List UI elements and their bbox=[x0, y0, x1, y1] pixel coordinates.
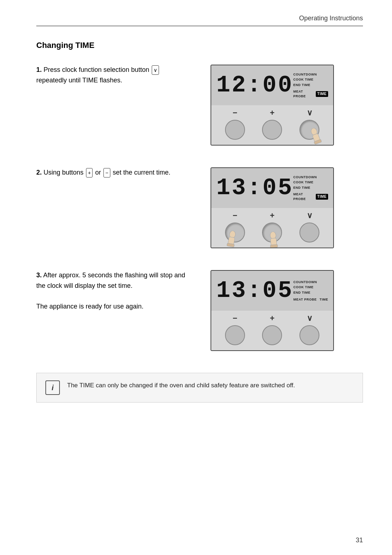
minus-label-3: − bbox=[224, 314, 246, 323]
minus-button-1[interactable] bbox=[225, 120, 245, 140]
buttons-row-1: − + ∨ bbox=[216, 108, 328, 118]
step-2-row: 2. Using buttons + or − set the current … bbox=[36, 167, 363, 248]
display-bottom-3: − + ∨ bbox=[211, 311, 333, 350]
label-countdown-2: COUNTDOWN bbox=[293, 175, 317, 180]
minus-button-3[interactable] bbox=[225, 325, 245, 345]
label-cook-time-2: COOK TIME bbox=[293, 180, 314, 185]
finger-plus-icon-2 bbox=[265, 231, 285, 248]
page-title: Changing TIME bbox=[36, 41, 363, 50]
check-button-3[interactable] bbox=[299, 325, 319, 345]
label-time-1: TIME bbox=[316, 91, 328, 97]
circles-row-1 bbox=[216, 120, 328, 140]
label-countdown-1: COUNTDOWN bbox=[293, 72, 317, 77]
step-1-text: 1. Press clock function selection button… bbox=[36, 65, 189, 86]
display-digits-3: 13:05 bbox=[216, 279, 293, 302]
check-button-2[interactable] bbox=[299, 223, 319, 242]
display-top-1: 12:00 COUNTDOWN COOK TIME END TIME MEAT … bbox=[211, 65, 333, 105]
buttons-row-3: − + ∨ bbox=[216, 314, 328, 323]
display-top-3: 13:05 COUNTDOWN COOK TIME END TIME MEAT … bbox=[211, 271, 333, 311]
step-2-number: 2. bbox=[36, 169, 42, 176]
minus-button-wrapper-2 bbox=[225, 223, 245, 242]
display-digits-1: 12:00 bbox=[216, 74, 293, 97]
minus-label-2: − bbox=[224, 211, 246, 220]
label-cook-time-1: COOK TIME bbox=[293, 77, 314, 82]
header-title: Operating Instructions bbox=[299, 15, 363, 22]
display-panel-3: 13:05 COUNTDOWN COOK TIME END TIME MEAT … bbox=[211, 270, 334, 351]
step-1-number: 1. bbox=[36, 66, 42, 73]
step-3-text-secondary: The appliance is ready for use again. bbox=[36, 303, 143, 310]
step-3-text-main: After approx. 5 seconds the flashing wil… bbox=[36, 272, 185, 289]
label-time-3: TIME bbox=[320, 297, 328, 302]
display-top-inner-2: 13:05 COUNTDOWN COOK TIME END TIME MEAT … bbox=[216, 175, 328, 201]
display-bottom-1: − + ∨ bbox=[211, 105, 333, 145]
circles-row-2 bbox=[216, 223, 328, 242]
label-meat-probe-2: MEAT PROBE bbox=[293, 192, 313, 201]
check-label-1: ∨ bbox=[299, 108, 320, 118]
plus-button-1[interactable] bbox=[262, 120, 282, 140]
plus-label-1: + bbox=[261, 108, 283, 118]
label-time-2: TIME bbox=[316, 194, 328, 200]
step-2-text-suffix: set the current time. bbox=[113, 169, 171, 176]
step-3-text: 3. After approx. 5 seconds the flashing … bbox=[36, 270, 189, 312]
step-1-button-icon: ∨ bbox=[152, 65, 159, 75]
display-digits-2: 13:05 bbox=[216, 176, 293, 200]
label-meat-probe-3: MEAT PROBE bbox=[293, 297, 317, 302]
info-text: The TIME can only be changed if the oven… bbox=[67, 380, 295, 390]
check-button-wrapper-1 bbox=[299, 120, 319, 140]
display-bottom-2: − + ∨ bbox=[211, 208, 333, 248]
display-labels-3: COUNTDOWN COOK TIME END TIME MEAT PROBE … bbox=[293, 280, 328, 302]
step-1-row: 1. Press clock function selection button… bbox=[36, 65, 363, 146]
step-2-text-main: Using buttons bbox=[44, 169, 83, 176]
minus-label-1: − bbox=[224, 108, 246, 118]
buttons-row-2: − + ∨ bbox=[216, 211, 328, 220]
label-cook-time-3: COOK TIME bbox=[293, 285, 314, 290]
info-box: i The TIME can only be changed if the ov… bbox=[36, 373, 363, 403]
display-labels-2: COUNTDOWN COOK TIME END TIME MEAT PROBE … bbox=[293, 175, 328, 201]
plus-button-3[interactable] bbox=[262, 325, 282, 345]
display-top-inner-1: 12:00 COUNTDOWN COOK TIME END TIME MEAT … bbox=[216, 72, 328, 99]
label-end-time-3: END TIME bbox=[293, 290, 310, 295]
step-2-plus-icon: + bbox=[86, 168, 93, 177]
plus-label-2: + bbox=[261, 211, 283, 220]
display-panel-2: 13:05 COUNTDOWN COOK TIME END TIME MEAT … bbox=[211, 167, 334, 248]
display-panel-1: 12:00 COUNTDOWN COOK TIME END TIME MEAT … bbox=[211, 65, 334, 146]
circles-row-3 bbox=[216, 325, 328, 345]
page-number: 31 bbox=[356, 536, 363, 544]
finger-minus-icon-2 bbox=[221, 229, 243, 248]
page-header: Operating Instructions bbox=[36, 15, 363, 26]
step-2-minus-icon: − bbox=[103, 168, 110, 177]
display-labels-1: COUNTDOWN COOK TIME END TIME MEAT PROBE … bbox=[293, 72, 328, 99]
svg-rect-8 bbox=[270, 244, 278, 248]
step-3-number: 3. bbox=[36, 272, 42, 279]
page: Operating Instructions Changing TIME 1. … bbox=[0, 0, 392, 555]
label-end-time-2: END TIME bbox=[293, 185, 310, 190]
step-2-text: 2. Using buttons + or − set the current … bbox=[36, 167, 189, 178]
step-1-text-suffix: repeatedly until TIME flashes. bbox=[36, 77, 122, 84]
display-top-2: 13:05 COUNTDOWN COOK TIME END TIME MEAT … bbox=[211, 168, 333, 208]
plus-button-wrapper-2 bbox=[262, 223, 282, 242]
label-meat-probe-1: MEAT PROBE bbox=[293, 89, 313, 98]
info-icon: i bbox=[45, 380, 60, 395]
step-1-text-main: Press clock function selection button bbox=[44, 66, 149, 73]
label-end-time-1: END TIME bbox=[293, 83, 310, 87]
display-top-inner-3: 13:05 COUNTDOWN COOK TIME END TIME MEAT … bbox=[216, 279, 328, 302]
plus-label-3: + bbox=[261, 314, 283, 323]
label-countdown-3: COUNTDOWN bbox=[293, 280, 317, 285]
check-label-2: ∨ bbox=[299, 211, 320, 220]
step-3-row: 3. After approx. 5 seconds the flashing … bbox=[36, 270, 363, 351]
check-label-3: ∨ bbox=[299, 314, 320, 323]
